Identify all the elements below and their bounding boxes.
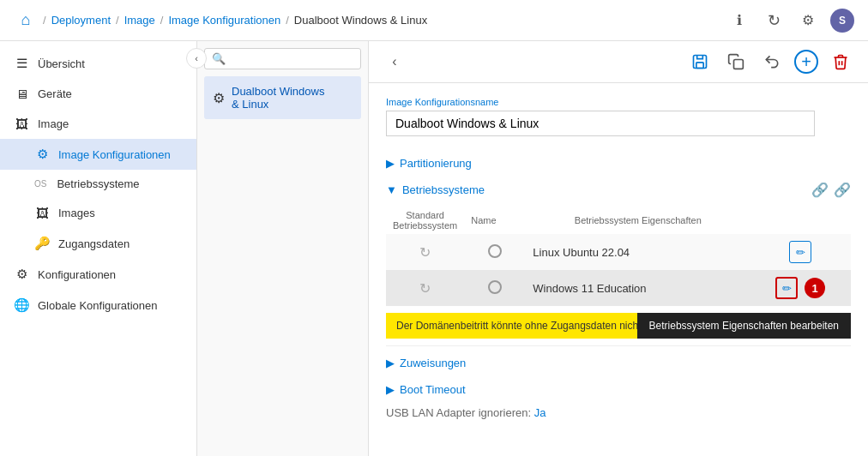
tooltip-text: Betriebssystem Eigenschaften bearbeiten — [649, 320, 839, 332]
chevron-right-boot-timeout: ▶ — [386, 383, 395, 396]
images-icon: 🖼 — [34, 206, 50, 220]
sidebar-label-geraete: Geräte — [38, 87, 72, 100]
section-partitionierung-title: Partitionierung — [400, 157, 472, 170]
content-body: Image Konfigurationsname ▶ Partitionieru… — [369, 83, 868, 456]
section-betriebssysteme: ▼ Betriebssysteme 🔗 🔗 Standard Betriebss… — [386, 177, 851, 346]
search-box[interactable]: 🔍 — [204, 48, 361, 69]
search-icon: 🔍 — [212, 52, 226, 65]
breadcrumb-sep-0: / — [43, 14, 46, 27]
attach-icons: 🔗 🔗 — [811, 182, 851, 198]
breadcrumb-sep-2: / — [160, 14, 164, 27]
middle-panel: 🔍 ⚙ Dualboot Windows & Linux — [197, 41, 369, 456]
geraete-icon: 🖥 — [14, 87, 29, 101]
sidebar-label-konfigurationen: Konfigurationen — [38, 268, 116, 281]
copy-button[interactable] — [722, 48, 750, 75]
sidebar-item-globale-konfigurationen[interactable]: 🌐 Globale Konfigurationen — [0, 290, 196, 321]
attach-icon-2[interactable]: 🔗 — [834, 182, 851, 198]
add-button[interactable]: + — [794, 50, 818, 74]
os2-name: Windows 11 Education — [526, 270, 750, 306]
svg-rect-2 — [734, 60, 744, 69]
section-boot-timeout[interactable]: ▶ Boot Timeout — [386, 376, 851, 403]
sidebar-item-uebersicht[interactable]: ☰ Übersicht — [0, 48, 196, 79]
sidebar: ‹ ☰ Übersicht 🖥 Geräte 🖼 Image ⚙ Image K… — [0, 41, 197, 456]
image-konfigurationen-icon: ⚙ — [34, 147, 50, 162]
os-table: Standard Betriebssystem Name Betriebssys… — [386, 207, 851, 306]
header: ⌂ / Deployment / Image / Image Konfigura… — [0, 0, 868, 41]
delete-button[interactable] — [827, 48, 854, 75]
konfigurationen-icon: ⚙ — [14, 267, 29, 282]
breadcrumb-sep-1: / — [116, 14, 119, 27]
search-input[interactable] — [229, 52, 353, 65]
usb-value: Ja — [534, 406, 546, 419]
breadcrumb: ⌂ / Deployment / Image / Image Konfigura… — [14, 9, 427, 33]
sidebar-label-zugangsdaten: Zugangsdaten — [58, 237, 130, 250]
chevron-right-partitionierung: ▶ — [386, 157, 395, 170]
section-betriebssysteme-header[interactable]: ▼ Betriebssysteme 🔗 🔗 — [386, 177, 851, 203]
chevron-down-betriebssysteme: ▼ — [386, 183, 397, 196]
main-layout: ‹ ☰ Übersicht 🖥 Geräte 🖼 Image ⚙ Image K… — [0, 41, 868, 456]
warning-bar: Der Domänenbeitritt könnte ohne Zugangsd… — [386, 313, 851, 339]
sidebar-item-betriebssysteme[interactable]: OS Betriebssysteme — [0, 170, 196, 198]
breadcrumb-image[interactable]: Image — [124, 14, 155, 27]
badge-1: 1 — [805, 278, 825, 298]
attach-icon-1[interactable]: 🔗 — [811, 182, 829, 198]
os2-radio[interactable] — [464, 270, 526, 306]
toolbar-right: + — [686, 48, 854, 75]
os1-name: Linux Ubuntu 22.04 — [526, 234, 750, 270]
settings-icon[interactable]: ⚙ — [796, 9, 820, 33]
radio-os2[interactable] — [488, 280, 502, 294]
refresh-icon-os2: ↻ — [419, 281, 431, 296]
sidebar-item-image-konfigurationen[interactable]: ⚙ Image Konfigurationen — [0, 139, 196, 170]
col-standard: Standard Betriebssystem — [386, 207, 464, 234]
os2-edit[interactable]: ✏ 1 — [750, 270, 851, 306]
toolbar-back-button[interactable]: ‹ — [383, 50, 407, 74]
header-icons: ℹ ↻ ⚙ S — [727, 9, 854, 33]
avatar[interactable]: S — [830, 9, 854, 33]
image-icon: 🖼 — [14, 117, 29, 131]
save-button[interactable] — [686, 48, 714, 75]
os1-refresh: ↻ — [386, 234, 464, 270]
content-toolbar: ‹ + — [369, 41, 868, 83]
image-konfigurationsname-label: Image Konfigurationsname — [386, 97, 851, 107]
undo-button[interactable] — [758, 48, 786, 75]
sidebar-label-images: Images — [58, 207, 95, 219]
section-boot-timeout-title: Boot Timeout — [400, 383, 466, 396]
breadcrumb-deployment[interactable]: Deployment — [51, 14, 111, 27]
section-zuweisungen[interactable]: ▶ Zuweisungen — [386, 350, 851, 376]
refresh-icon[interactable]: ↻ — [762, 9, 786, 33]
breadcrumb-image-konfigurationen[interactable]: Image Konfigurationen — [168, 14, 280, 27]
config-item-dualboot[interactable]: ⚙ Dualboot Windows & Linux — [204, 76, 361, 119]
sidebar-label-globale-konfigurationen: Globale Konfigurationen — [38, 299, 158, 312]
section-partitionierung[interactable]: ▶ Partitionierung — [386, 150, 851, 177]
sidebar-item-image[interactable]: 🖼 Image — [0, 109, 196, 139]
image-konfigurationsname-input[interactable] — [386, 111, 815, 136]
col-name: Name — [464, 207, 526, 234]
edit-button-os2[interactable]: ✏ — [775, 277, 798, 299]
os2-edit-group: ✏ 1 — [775, 277, 825, 299]
breadcrumb-sep-3: / — [286, 14, 289, 27]
os1-edit[interactable]: ✏ — [750, 234, 851, 270]
betriebssysteme-os-label: OS — [34, 179, 46, 189]
usb-row: USB LAN Adapter ignorieren: Ja — [386, 403, 851, 423]
uebersicht-icon: ☰ — [14, 56, 29, 71]
sidebar-item-zugangsdaten[interactable]: 🔑 Zugangsdaten — [0, 228, 196, 259]
home-icon[interactable]: ⌂ — [14, 9, 38, 33]
sidebar-label-image-konfigurationen: Image Konfigurationen — [58, 148, 171, 161]
sidebar-item-konfigurationen[interactable]: ⚙ Konfigurationen — [0, 259, 196, 290]
globale-konfigurationen-icon: 🌐 — [14, 297, 29, 313]
config-item-label-line2: & Linux — [232, 98, 324, 111]
sidebar-toggle[interactable]: ‹ — [186, 48, 207, 69]
os1-radio[interactable] — [464, 234, 526, 270]
usb-label: USB LAN Adapter ignorieren: — [386, 406, 534, 419]
os2-refresh: ↻ — [386, 270, 464, 306]
sidebar-label-betriebssysteme: Betriebssysteme — [57, 177, 139, 190]
sidebar-item-images[interactable]: 🖼 Images — [0, 198, 196, 228]
svg-rect-1 — [696, 63, 703, 69]
section-zuweisungen-title: Zuweisungen — [400, 357, 466, 369]
sidebar-item-geraete[interactable]: 🖥 Geräte — [0, 79, 196, 109]
edit-button-os1[interactable]: ✏ — [789, 241, 811, 263]
zugangsdaten-icon: 🔑 — [34, 236, 50, 251]
radio-os1[interactable] — [488, 244, 502, 258]
info-icon[interactable]: ℹ — [727, 9, 751, 33]
section-betriebssysteme-title: Betriebssysteme — [402, 183, 485, 196]
